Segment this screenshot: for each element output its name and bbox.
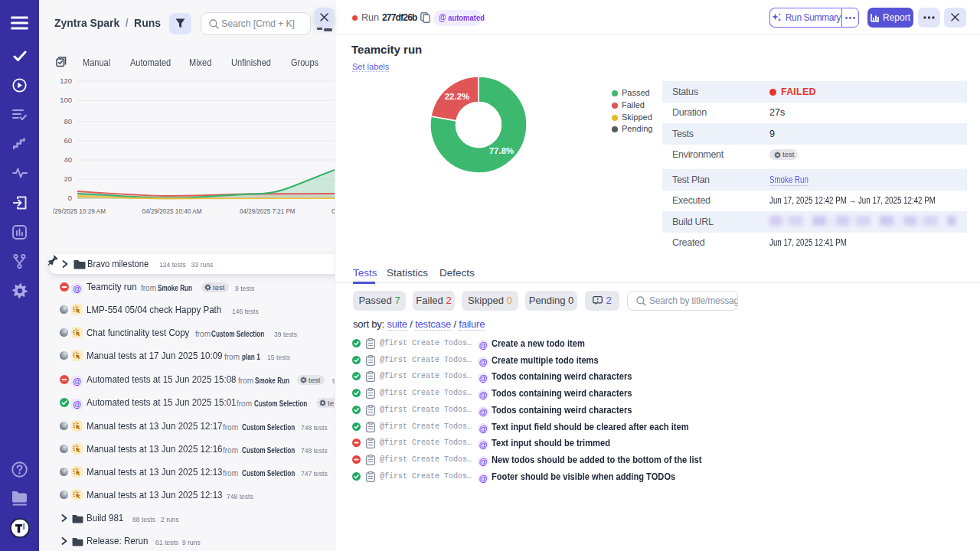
svg-text:04/29/2025 10:40 AM: 04/29/2025 10:40 AM bbox=[142, 207, 202, 215]
svg-text:77.8%: 77.8% bbox=[489, 146, 514, 155]
svg-text:0: 0 bbox=[68, 194, 72, 202]
svg-text:22.2%: 22.2% bbox=[445, 92, 470, 101]
svg-text:100: 100 bbox=[60, 96, 72, 104]
svg-text:60: 60 bbox=[64, 136, 72, 145]
svg-text:120: 120 bbox=[60, 77, 72, 85]
svg-text:04/29/2025 7:21 PM: 04/29/2025 7:21 PM bbox=[240, 207, 296, 215]
svg-text:20: 20 bbox=[64, 174, 72, 183]
svg-text:80: 80 bbox=[64, 117, 72, 126]
svg-text:/29/2025 10:29 AM: /29/2025 10:29 AM bbox=[53, 207, 106, 215]
svg-text:40: 40 bbox=[64, 155, 72, 164]
